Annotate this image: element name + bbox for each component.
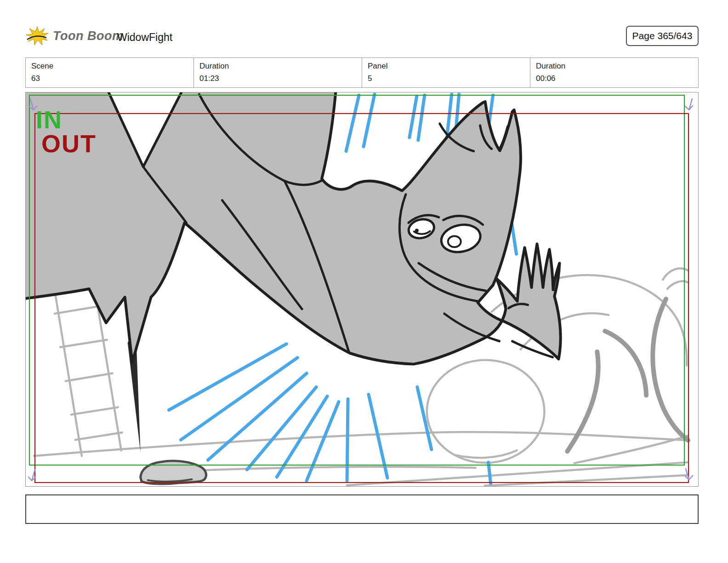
camera-out-label: OUT (41, 131, 97, 156)
meta-panel-duration-value: 00:06 (536, 74, 698, 83)
character-silhouette (26, 92, 561, 364)
page-number-label: Page 365/643 (632, 30, 693, 41)
header: Toon Boom WidowFight Page 365/643 (25, 25, 699, 49)
meta-cell-scene: Scene 63 (26, 58, 194, 87)
toon-boom-logo: Toon Boom (25, 26, 123, 46)
meta-cell-scene-duration: Duration 01:23 (194, 58, 362, 87)
meta-panel-label: Panel (368, 62, 530, 71)
meta-panel-value: 5 (368, 74, 530, 83)
brand-text: Toon Boom (53, 29, 123, 43)
character-figure (26, 92, 561, 364)
camera-in-label: IN (36, 107, 63, 132)
background-sketch-heavy (567, 299, 688, 451)
meta-scene-value: 63 (31, 74, 193, 83)
storyboard-page: Toon Boom WidowFight Page 365/643 Scene … (0, 0, 728, 563)
toon-boom-logo-icon (25, 26, 49, 46)
page-number-box: Page 365/643 (626, 26, 699, 46)
meta-cell-panel-duration: Duration 00:06 (530, 58, 698, 87)
meta-scene-duration-value: 01:23 (199, 74, 362, 83)
meta-panel-duration-label: Duration (536, 62, 698, 71)
caption-box (25, 494, 699, 524)
meta-scene-duration-label: Duration (199, 62, 362, 71)
project-title: WidowFight (117, 31, 172, 44)
meta-scene-label: Scene (31, 62, 193, 71)
meta-cell-panel: Panel 5 (362, 58, 530, 87)
rock (141, 461, 206, 484)
panel-artwork (26, 92, 698, 486)
storyboard-panel: IN OUT (25, 92, 699, 487)
metadata-bar: Scene 63 Duration 01:23 Panel 5 Duration… (25, 57, 699, 88)
